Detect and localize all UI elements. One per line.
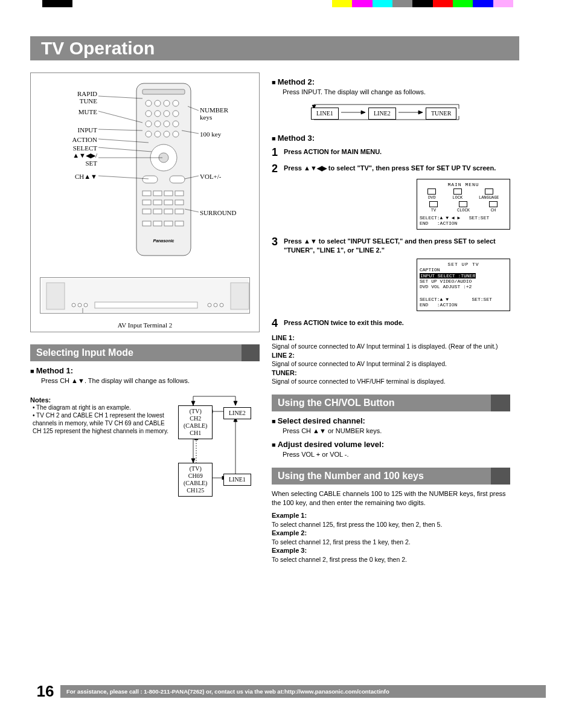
method3-title: Method 3: bbox=[272, 134, 510, 143]
page-number: 16 bbox=[30, 682, 60, 701]
section-ch-vol: Using the CH/VOL Button bbox=[272, 395, 510, 411]
osd-main-menu: MAIN MENU DVD LOCK LANGUAGE TV CLOCK CH … bbox=[417, 179, 510, 230]
svg-line-45 bbox=[98, 176, 149, 179]
method2-title: Method 2: bbox=[272, 77, 510, 86]
svg-line-47 bbox=[182, 130, 199, 134]
notes-block: Notes: The diagram at right is an exampl… bbox=[30, 390, 169, 511]
select-channel-title: Select desired channel: bbox=[272, 416, 510, 425]
flow-tuner: TUNER bbox=[426, 108, 456, 120]
svg-point-59 bbox=[220, 303, 223, 307]
svg-point-57 bbox=[208, 303, 211, 307]
note-item: TV CH 2 and CABLE CH 1 represent the low… bbox=[33, 411, 169, 435]
flow-box-tv-high: (TV) CH69 (CABLE) CH125 bbox=[178, 463, 213, 497]
method2-text: Press INPUT. The display will change as … bbox=[283, 88, 510, 97]
callout-lines bbox=[31, 73, 260, 260]
svg-line-49 bbox=[185, 209, 199, 212]
svg-point-53 bbox=[72, 303, 75, 307]
page-footer: 16 For assistance, please call : 1-800-2… bbox=[30, 682, 546, 701]
page-title-bar: TV Operation bbox=[30, 36, 519, 60]
note-item: The diagram at right is an example. bbox=[33, 404, 169, 411]
svg-line-39 bbox=[98, 96, 142, 98]
remote-diagram: Panasonic RAPID TUNE MUTE INPUT ACTION S… bbox=[30, 72, 260, 332]
flow-box-line1: LINE1 bbox=[223, 474, 251, 486]
svg-marker-64 bbox=[234, 401, 237, 405]
section-selecting-input: Selecting Input Mode bbox=[30, 344, 260, 361]
left-column: Panasonic RAPID TUNE MUTE INPUT ACTION S… bbox=[30, 72, 260, 567]
adjust-volume-text: Press VOL + or VOL -. bbox=[283, 450, 510, 459]
input-flow-diagram: (TV) CH2 (CABLE) CH1 LINE2 (TV) CH69 (CA… bbox=[169, 390, 260, 511]
flow-box-line2: LINE2 bbox=[223, 407, 251, 419]
svg-rect-51 bbox=[46, 283, 65, 309]
osd-setup-tv: SET UP TV CAPTION INPUT SELECT :TUNER SE… bbox=[417, 259, 510, 311]
flow-box-tv-low: (TV) CH2 (CABLE) CH1 bbox=[178, 405, 213, 439]
svg-line-42 bbox=[98, 139, 149, 143]
av-terminal-label: AV Input Terminal 2 bbox=[31, 321, 259, 329]
method1-text: Press CH ▲▼. The display will change as … bbox=[41, 376, 260, 385]
svg-marker-77 bbox=[361, 111, 365, 114]
number-keys-intro: When selecting CABLE channels 100 to 125… bbox=[272, 489, 510, 507]
section-number-keys: Using the Number and 100 keys bbox=[272, 468, 510, 485]
svg-line-46 bbox=[188, 106, 199, 111]
page-title: TV Operation bbox=[41, 38, 155, 59]
page-content: TV Operation bbox=[30, 36, 546, 701]
method2-flow: LINE1 LINE2 TUNER bbox=[308, 101, 510, 129]
svg-marker-79 bbox=[418, 111, 423, 114]
svg-line-48 bbox=[185, 176, 199, 179]
print-color-bar bbox=[332, 0, 513, 7]
step-2: 2Press ▲▼◀▶ to select "TV", then press S… bbox=[272, 163, 510, 175]
select-channel-text: Press CH ▲▼ or NUMBER keys. bbox=[283, 427, 510, 436]
adjust-volume-title: Adjust desired volume level: bbox=[272, 440, 510, 449]
flow-line2: LINE2 bbox=[368, 108, 396, 120]
svg-line-40 bbox=[98, 111, 142, 123]
svg-point-54 bbox=[78, 303, 82, 307]
method1-title: Method 1: bbox=[30, 366, 260, 375]
svg-rect-56 bbox=[95, 302, 197, 308]
definitions: LINE 1: Signal of source connected to AV… bbox=[272, 333, 510, 386]
footer-assistance: For assistance, please call : 1-800-211-… bbox=[60, 685, 546, 698]
examples: Example 1:To select channel 125, first p… bbox=[272, 511, 510, 564]
step-1: 1Press ACTION for MAIN MENU. bbox=[272, 146, 510, 159]
right-column: Method 2: Press INPUT. The display will … bbox=[272, 72, 510, 567]
svg-line-41 bbox=[98, 129, 142, 130]
svg-line-43 bbox=[98, 147, 152, 152]
step-4: 4Press ACTION twice to exit this mode. bbox=[272, 317, 510, 330]
svg-marker-62 bbox=[191, 401, 195, 405]
step-3: 3Press ▲▼ to select "INPUT SELECT," and … bbox=[272, 236, 510, 256]
svg-marker-69 bbox=[191, 459, 195, 463]
svg-rect-52 bbox=[231, 283, 249, 309]
svg-point-55 bbox=[84, 303, 88, 307]
notes-title: Notes: bbox=[30, 396, 169, 404]
device-front-diagram bbox=[40, 277, 250, 314]
flow-line1: LINE1 bbox=[311, 108, 339, 120]
svg-point-58 bbox=[214, 303, 217, 307]
print-color-bar-2 bbox=[42, 0, 72, 7]
